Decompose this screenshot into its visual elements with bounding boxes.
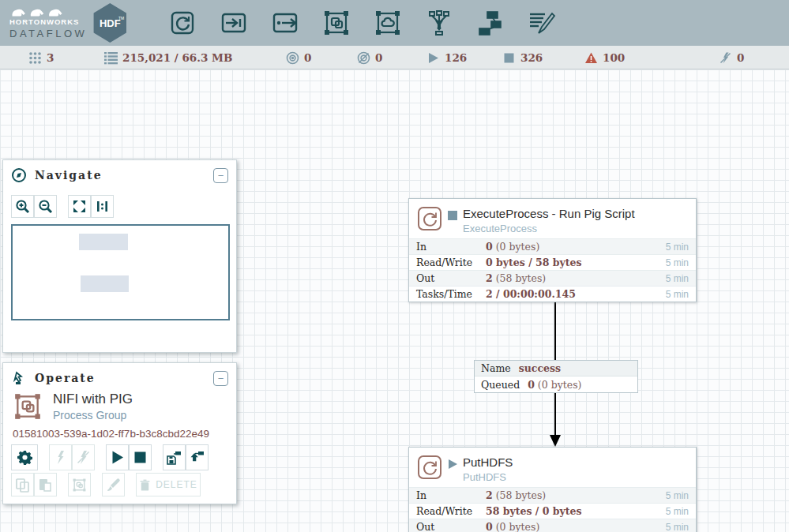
operate-actions-row2: DELETE [11,473,201,496]
selected-type: Process Group [53,409,133,421]
navigate-collapse-button[interactable]: − [213,168,228,183]
processor-header: ExecuteProcess - Run Pig Script ExecuteP… [409,199,696,238]
brand-product: DATAFLOW [9,28,87,39]
stop-button[interactable] [129,444,152,470]
zoom-fit-button[interactable] [68,195,91,218]
brand-name: HORTONWORKS [9,17,79,26]
selected-component-id: 01581003-539a-1d02-ff7b-b3c8cbd22e49 [13,428,209,440]
funnel-icon[interactable] [424,7,454,39]
group-button[interactable] [68,473,91,496]
paste-button[interactable] [34,473,57,496]
minimap-processor-2 [81,275,129,292]
paint-brush-icon [106,478,121,493]
processor-executeprocess[interactable]: ExecuteProcess - Run Pig Script ExecuteP… [408,198,697,302]
processor-type: PutHDFS [463,471,506,483]
processor-type: ExecuteProcess [463,223,537,234]
zoom-out-button[interactable] [34,195,57,218]
running-icon [426,51,440,65]
label-icon[interactable] [527,7,557,39]
save-template-icon [167,450,182,465]
hdf-badge: HDF TM [92,3,128,43]
input-port-icon[interactable] [219,7,249,39]
connection-name-row: Name success [475,361,637,377]
stat-row-readwrite: Read/Write 0 bytes / 58 bytes 5 min [409,254,696,270]
processor-puthdfs[interactable]: PutHDFS PutHDFS In 2 (58 bytes) 5 min Re… [408,447,697,532]
status-bar: 3 215,021 / 66.3 MB 0 0 126 326 [0,46,789,69]
operate-panel: Operate − NIFI with PIG Process Group 01… [2,362,237,504]
process-group-icon[interactable] [321,7,351,39]
status-transmitting: 0 [286,46,311,69]
brand-logo: HORTONWORKS DATAFLOW HDF TM [9,3,128,43]
compass-icon [11,167,27,183]
stat-row-out: Out 0 (0 bytes) 5 min [409,519,696,532]
copy-button[interactable] [11,473,34,496]
status-stopped: 326 [502,46,543,69]
running-state-icon [447,459,458,470]
zoom-actual-button[interactable] [91,195,114,218]
processor-icon[interactable] [167,7,197,39]
operate-collapse-button[interactable]: − [213,371,228,386]
connection-label[interactable]: Name success Queued 0 (0 bytes) [474,360,638,393]
stat-row-in: In 2 (58 bytes) 5 min [409,487,696,503]
zoom-in-button[interactable] [11,195,34,218]
lightning-icon [53,450,68,465]
process-group-icon [12,392,43,421]
disabled-icon [719,51,732,65]
upload-template-icon [190,450,205,465]
operate-title: Operate [35,372,213,384]
stat-row-tasks: Tasks/Time 2 / 00:00:00.145 5 min [409,286,696,302]
birdseye-minimap[interactable] [11,224,230,320]
selected-component: NIFI with PIG Process Group [12,392,133,421]
save-template-button[interactable] [163,444,186,470]
output-port-icon[interactable] [270,7,300,39]
operate-actions-row1 [11,444,209,470]
delete-button[interactable]: DELETE [136,473,201,496]
zoom-out-icon [38,199,53,214]
remote-process-group-icon[interactable] [373,7,403,39]
trash-icon [139,479,151,491]
status-running: 126 [426,46,467,69]
navigate-header: Navigate − [3,160,236,190]
hand-icon [11,370,27,386]
stat-row-out: Out 2 (58 bytes) 5 min [409,270,696,286]
connection-queued-row: Queued 0 (0 bytes) [475,377,637,392]
stop-icon [133,450,148,465]
template-icon[interactable] [475,7,505,39]
navigate-toolbar [11,195,114,218]
status-not-transmitting: 0 [357,46,382,69]
active-threads-icon [28,51,42,65]
play-icon [110,450,125,465]
stopped-state-icon [447,210,458,221]
group-icon [72,478,87,493]
status-disabled: 0 [719,46,744,69]
transmitting-icon [286,51,299,65]
delete-label: DELETE [156,479,197,490]
status-invalid: 100 [584,46,625,69]
processor-stamp-icon [416,454,443,481]
configuration-button[interactable] [11,444,38,470]
upload-template-button[interactable] [186,444,209,470]
paste-icon [38,478,53,493]
stat-row-readwrite: Read/Write 58 bytes / 0 bytes 5 min [409,503,696,519]
queued-icon [104,51,118,65]
trademark: TM [118,16,124,21]
processor-name: ExecuteProcess - Run Pig Script [463,207,635,220]
status-active-threads: 3 [28,46,54,69]
app-header: HORTONWORKS DATAFLOW HDF TM [0,0,789,46]
gear-icon [17,450,32,465]
invalid-icon [584,51,598,65]
disable-button[interactable] [72,444,95,470]
zoom-fit-icon [72,199,87,214]
navigate-title: Navigate [35,169,213,182]
enable-button[interactable] [49,444,72,470]
flow-canvas[interactable]: ExecuteProcess - Run Pig Script ExecuteP… [0,69,789,532]
stat-row-in: In 0 (0 bytes) 5 min [409,238,696,254]
component-toolbar [167,7,557,39]
start-button[interactable] [106,444,129,470]
stopped-icon [502,51,516,65]
zoom-in-icon [15,199,30,214]
selected-name: NIFI with PIG [53,392,133,407]
elephants-icon [11,6,66,17]
processor-name: PutHDFS [463,455,513,469]
color-button[interactable] [102,473,125,496]
